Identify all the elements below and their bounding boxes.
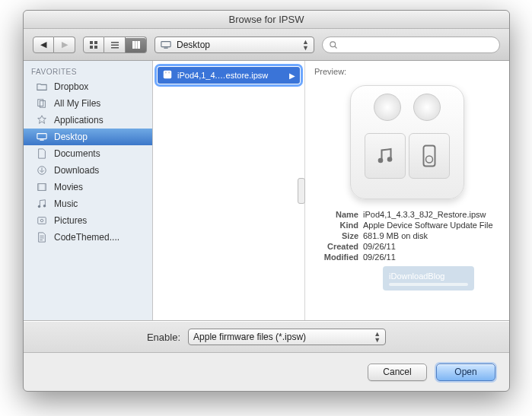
movies-icon (36, 181, 48, 193)
popup-arrows-icon (302, 39, 309, 51)
sidebar-item-label: CodeThemed.... (54, 232, 119, 243)
cancel-button[interactable]: Cancel (368, 364, 427, 381)
sidebar-item-all-my-files[interactable]: All My Files (24, 95, 152, 112)
all-files-icon (36, 97, 48, 110)
sidebar-item-label: Music (54, 198, 78, 209)
list-view-button[interactable] (104, 37, 126, 53)
meta-val-name: iPod4,1_4.3.3_8J2_Restore.ipsw (363, 210, 500, 219)
svg-point-27 (165, 71, 167, 73)
svg-rect-20 (38, 184, 40, 191)
icon-view-button[interactable] (83, 37, 104, 53)
sidebar-item-pictures[interactable]: Pictures (24, 212, 152, 229)
documents-icon (36, 148, 48, 160)
svg-point-22 (38, 205, 41, 208)
open-button[interactable]: Open (436, 364, 495, 381)
filter-row: Enable: Apple firmware files (*.ipsw) (24, 321, 509, 353)
svg-point-28 (168, 71, 170, 73)
svg-point-30 (387, 157, 393, 162)
svg-rect-4 (111, 42, 119, 43)
meta-val-modified: 09/26/11 (363, 252, 500, 262)
path-popup[interactable]: Desktop (155, 37, 314, 53)
svg-rect-8 (135, 41, 137, 49)
svg-rect-24 (38, 218, 46, 224)
svg-rect-0 (90, 41, 93, 44)
sidebar-item-label: Movies (54, 182, 83, 192)
svg-rect-26 (164, 71, 172, 79)
search-icon (329, 40, 338, 49)
svg-rect-21 (45, 184, 46, 191)
svg-point-23 (43, 205, 46, 208)
path-label: Desktop (177, 40, 210, 50)
sidebar-item-downloads[interactable]: Downloads (24, 162, 152, 179)
desktop-icon (160, 39, 172, 51)
sidebar: FAVORITES Dropbox All My Files Applicati… (24, 61, 153, 320)
window-title: Browse for IPSW (24, 11, 509, 29)
downloads-icon (36, 164, 48, 176)
watermark: iDownloadBlog (383, 266, 474, 291)
svg-point-12 (330, 41, 336, 46)
filter-label: Enable: (147, 332, 180, 343)
action-buttons: Cancel Open (24, 353, 509, 391)
pictures-icon (36, 214, 48, 227)
music-icon (36, 198, 48, 210)
open-dialog: Browse for IPSW ◀ ▶ Desktop (23, 10, 510, 392)
file-column: iPod4,1_4.…estore.ipsw ▶ (153, 61, 305, 320)
meta-key-name: Name (314, 210, 358, 219)
svg-line-13 (335, 46, 337, 48)
svg-rect-2 (90, 46, 93, 49)
applications-icon (36, 114, 48, 126)
ipsw-preview-icon (350, 85, 464, 199)
sidebar-item-desktop[interactable]: Desktop (24, 129, 152, 145)
sidebar-item-label: Dropbox (54, 81, 88, 92)
preview-header: Preview: (314, 67, 500, 76)
popup-arrows-icon (374, 331, 381, 343)
sidebar-item-label: All My Files (54, 98, 100, 109)
desktop-icon (36, 131, 48, 143)
meta-key-kind: Kind (314, 221, 358, 230)
sidebar-item-documents[interactable]: Documents (24, 145, 152, 162)
meta-key-created: Created (314, 242, 358, 251)
meta-val-created: 09/26/11 (363, 242, 500, 251)
watermark-text: iDownloadBlog (389, 272, 468, 281)
svg-rect-3 (94, 46, 97, 49)
sidebar-item-label: Applications (54, 115, 104, 125)
svg-rect-17 (40, 140, 43, 141)
svg-rect-10 (161, 41, 170, 46)
svg-point-29 (378, 158, 384, 164)
filter-value: Apple firmware files (*.ipsw) (193, 332, 306, 342)
sidebar-item-label: Downloads (54, 165, 99, 176)
column-resize-handle[interactable] (298, 178, 305, 204)
column-view-button[interactable] (126, 37, 147, 53)
toolbar: ◀ ▶ Desktop (24, 29, 509, 61)
meta-val-kind: Apple Device Software Update File (363, 221, 500, 230)
sidebar-item-codethemed[interactable]: CodeThemed.... (24, 229, 152, 246)
chevron-right-icon: ▶ (289, 71, 295, 80)
search-input[interactable] (342, 40, 493, 50)
svg-point-25 (40, 219, 43, 222)
svg-rect-9 (138, 41, 140, 49)
sidebar-item-music[interactable]: Music (24, 195, 152, 212)
sidebar-item-label: Documents (54, 148, 100, 159)
svg-rect-1 (94, 41, 97, 44)
filter-popup[interactable]: Apple firmware files (*.ipsw) (188, 329, 386, 345)
svg-point-32 (426, 156, 433, 163)
sidebar-header: FAVORITES (24, 65, 152, 78)
sidebar-item-movies[interactable]: Movies (24, 179, 152, 195)
folder-icon (36, 81, 48, 93)
ipsw-icon (162, 69, 173, 81)
file-row-selected[interactable]: iPod4,1_4.…estore.ipsw ▶ (158, 67, 300, 84)
svg-rect-5 (111, 44, 119, 46)
back-button[interactable]: ◀ (33, 37, 54, 53)
file-metadata: Name iPod4,1_4.3.3_8J2_Restore.ipsw Kind… (314, 210, 500, 262)
sidebar-item-label: Desktop (54, 132, 88, 142)
meta-val-size: 681.9 MB on disk (363, 231, 500, 240)
sidebar-item-applications[interactable]: Applications (24, 112, 152, 129)
sidebar-item-dropbox[interactable]: Dropbox (24, 78, 152, 95)
meta-key-modified: Modified (314, 252, 358, 262)
meta-key-size: Size (314, 231, 358, 240)
search-field[interactable] (322, 37, 500, 53)
svg-rect-11 (164, 47, 167, 48)
svg-rect-16 (37, 134, 46, 139)
forward-button[interactable]: ▶ (54, 37, 75, 53)
svg-rect-7 (132, 41, 135, 49)
